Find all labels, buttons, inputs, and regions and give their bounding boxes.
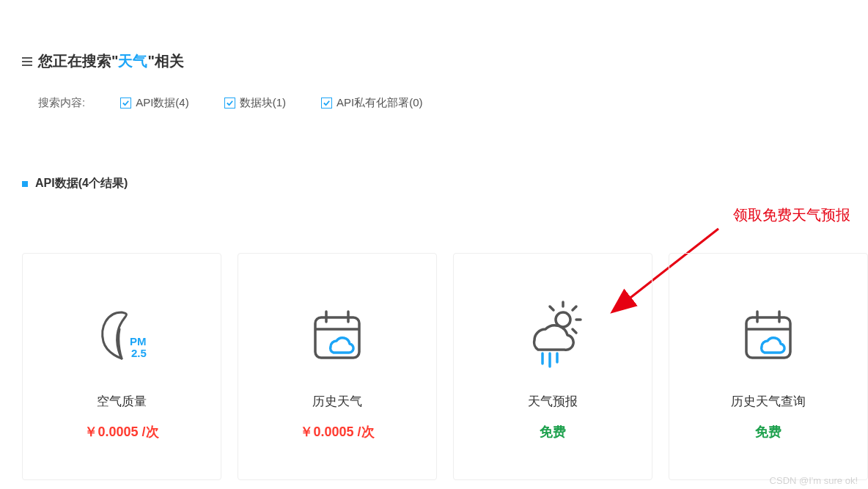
card-history-weather[interactable]: 历史天气 ￥0.0005 /次 [238, 253, 437, 480]
svg-line-13 [550, 306, 553, 310]
filter-private-deploy[interactable]: API私有化部署(0) [321, 96, 423, 110]
card-title: 空气质量 [97, 393, 147, 410]
cards-grid: PM 2.5 空气质量 ￥0.0005 /次 历史天气 ￥0.0005 /次 [22, 253, 868, 480]
card-price: ￥0.0005 /次 [300, 423, 374, 441]
card-title: 历史天气 [312, 393, 362, 410]
filter-label: 搜索内容: [38, 96, 85, 110]
search-suffix: "相关 [147, 53, 183, 69]
svg-text:PM: PM [130, 335, 147, 348]
search-keyword: 天气 [118, 53, 147, 69]
svg-text:2.5: 2.5 [131, 347, 147, 359]
card-title: 历史天气查询 [731, 393, 806, 410]
card-price: 免费 [755, 423, 781, 441]
card-title: 天气预报 [528, 393, 578, 410]
filter-item-label: API数据(4) [136, 96, 189, 110]
checkbox-icon [120, 98, 131, 109]
search-heading: 您正在搜索"天气"相关 [22, 51, 846, 71]
filter-item-label: API私有化部署(0) [336, 96, 423, 110]
sun-cloud-rain-icon [516, 298, 589, 371]
card-weather-forecast[interactable]: 天气预报 免费 [453, 253, 652, 480]
filter-item-label: 数据块(1) [240, 96, 286, 110]
list-icon [22, 57, 32, 66]
search-prefix: 您正在搜索" [38, 53, 118, 69]
card-history-weather-query[interactable]: 历史天气查询 免费 [669, 253, 868, 480]
watermark: CSDN @I'm sure ok! [770, 475, 858, 486]
leaf-pm25-icon: PM 2.5 [89, 298, 155, 371]
calendar-cloud-icon [304, 298, 370, 371]
card-air-quality[interactable]: PM 2.5 空气质量 ￥0.0005 /次 [22, 253, 221, 480]
checkbox-icon [224, 98, 235, 109]
section-title: API数据(4个结果) [35, 176, 128, 191]
card-price: 免费 [540, 423, 566, 441]
card-price: ￥0.0005 /次 [84, 423, 158, 441]
filter-api-data[interactable]: API数据(4) [120, 96, 189, 110]
annotation-text: 领取免费天气预报 [733, 205, 850, 225]
calendar-cloud-icon [735, 298, 801, 371]
section-header: API数据(4个结果) [0, 176, 868, 191]
filter-data-block[interactable]: 数据块(1) [224, 96, 286, 110]
bullet-icon [22, 181, 28, 187]
svg-line-11 [573, 306, 576, 310]
svg-line-12 [573, 329, 576, 333]
checkbox-icon [321, 98, 332, 109]
filter-row: 搜索内容: API数据(4) 数据块(1) API私有化部署(0) [22, 96, 846, 110]
